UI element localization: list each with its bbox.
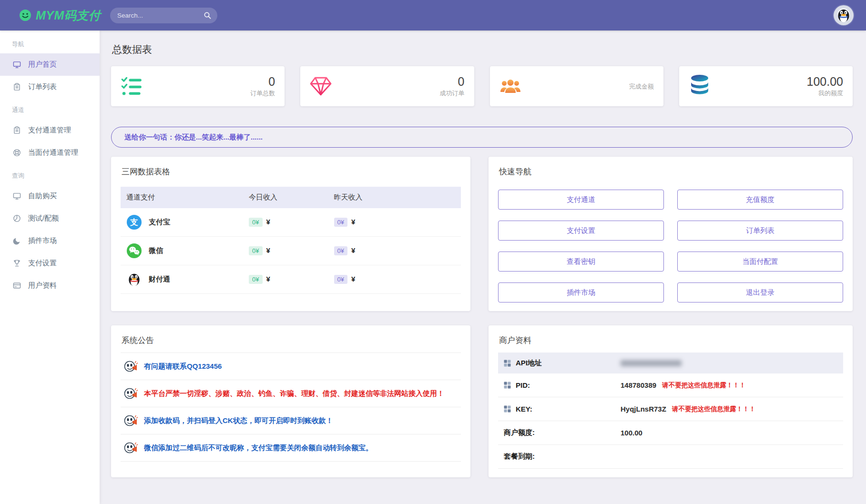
- merchant-label: API地址: [504, 359, 621, 368]
- table-header-cell: 昨天收入: [328, 187, 461, 208]
- sidebar-item-label: 订单列表: [28, 82, 57, 91]
- merchant-row: API地址: [498, 353, 843, 373]
- page-title: 总数据表: [112, 43, 853, 56]
- sidebar-item-测试/配额[interactable]: 测试/配额: [0, 207, 100, 230]
- today-income-badge: 0¥: [249, 275, 262, 284]
- sidebar-item-自助购买[interactable]: 自助购买: [0, 185, 100, 207]
- sidebar-item-用户首页[interactable]: 用户首页: [0, 53, 100, 76]
- checklist-icon: [121, 76, 143, 97]
- user-avatar[interactable]: [834, 5, 854, 25]
- quick-nav-button-充值额度[interactable]: 充值额度: [677, 190, 843, 210]
- channel-name: 财付通: [149, 275, 170, 284]
- grid-icon: [504, 405, 511, 413]
- logo[interactable]: MYM码支付: [0, 8, 100, 23]
- quick-nav-button-支付通道[interactable]: 支付通道: [498, 190, 664, 210]
- today-income-unit: ¥: [266, 275, 270, 283]
- merchant-value: 148780389: [621, 381, 656, 389]
- channel-name: 支付宝: [149, 218, 170, 227]
- channel-cell: 财付通: [126, 272, 238, 287]
- logo-smiley-icon: [19, 9, 31, 21]
- today-income-unit: ¥: [266, 218, 270, 226]
- sidebar-item-支付设置[interactable]: 支付设置: [0, 252, 100, 274]
- sidebar-section-label: 通道: [0, 98, 100, 119]
- channel-row: 财付通 0¥¥ 0¥¥: [121, 265, 461, 294]
- tenpay-icon: [126, 272, 142, 287]
- announcement-item[interactable]: 添加收款码，并扫码登入CK状态，即可开启即时到账收款！: [121, 407, 461, 434]
- merchant-row: KEY: HyqjLnsR73Z请不要把这些信息泄露！！！: [498, 397, 843, 421]
- today-income-badge: 0¥: [249, 218, 262, 227]
- merchant-label: PID:: [504, 381, 621, 389]
- merchant-label: 商户额度:: [504, 428, 621, 437]
- stat-value: 0: [250, 75, 275, 89]
- network-table-title: 三网数据表格: [122, 166, 461, 177]
- merchant-label-text: 商户额度:: [504, 428, 535, 437]
- horn-face-icon: [123, 413, 138, 428]
- merchant-panel: 商户资料 API地址 PID: 148780389请不要把这些信息泄露！！！KE…: [489, 325, 853, 477]
- sidebar-item-支付通道管理[interactable]: 支付通道管理: [0, 119, 100, 141]
- quick-nav-button-插件市场[interactable]: 插件市场: [498, 282, 664, 302]
- api-url-blurred: [621, 360, 682, 366]
- announcements-list: 有问题请联系QQ123456本平台严禁一切淫秽、涉赌、政治、钓鱼、诈骗、理财、借…: [121, 353, 461, 462]
- sidebar-item-插件市场[interactable]: 插件市场: [0, 230, 100, 252]
- announcement-text: 有问题请联系QQ123456: [144, 362, 222, 371]
- quick-nav-button-当面付配置[interactable]: 当面付配置: [677, 252, 843, 272]
- sidebar-item-用户资料[interactable]: 用户资料: [0, 274, 100, 297]
- search-icon[interactable]: [204, 11, 212, 20]
- announcement-item[interactable]: 微信添加过二维码后不可改昵称，支付宝需要关闭余额自动转到余额宝。: [121, 434, 461, 462]
- svg-text:支: 支: [130, 218, 138, 226]
- stat-card-text: 完成金额: [629, 81, 654, 91]
- search-input[interactable]: [110, 8, 217, 23]
- merchant-value-cell: 148780389请不要把这些信息泄露！！！: [621, 381, 746, 390]
- sidebar-item-label: 支付设置: [28, 259, 57, 268]
- yesterday-income-badge: 0¥: [334, 275, 347, 284]
- announcements-panel: 系统公告 有问题请联系QQ123456本平台严禁一切淫秽、涉赌、政治、钓鱼、诈骗…: [111, 325, 470, 477]
- stat-card: 0 订单总数: [111, 66, 285, 106]
- grid-icon: [504, 382, 511, 389]
- announcement-item[interactable]: 本平台严禁一切淫秽、涉赌、政治、钓鱼、诈骗、理财、借贷、封建迷信等非法网站接入使…: [121, 380, 461, 407]
- announcements-title: 系统公告: [122, 335, 461, 346]
- quick-nav-grid: 支付通道充值额度支付设置订单列表查看密钥当面付配置插件市场退出登录: [498, 190, 843, 302]
- sidebar-item-label: 用户首页: [28, 60, 57, 69]
- monitor-icon: [13, 60, 21, 69]
- quick-nav-button-订单列表[interactable]: 订单列表: [677, 221, 843, 241]
- stat-card-text: 100.00 我的额度: [807, 75, 843, 98]
- merchant-label: 套餐到期:: [504, 452, 621, 461]
- today-income-unit: ¥: [266, 246, 270, 254]
- quote-banner-text: 送给你一句话：你还是...笑起来...最棒了......: [124, 133, 263, 142]
- channel-cell: 微信: [126, 243, 238, 259]
- credit-card-icon: [13, 282, 21, 290]
- announcement-item[interactable]: 有问题请联系QQ123456: [121, 353, 461, 380]
- yesterday-income-unit: ¥: [351, 275, 355, 283]
- quick-nav-button-支付设置[interactable]: 支付设置: [498, 221, 664, 241]
- stat-value: 100.00: [807, 75, 843, 89]
- stat-card: 100.00 我的额度: [679, 66, 853, 106]
- quick-nav-button-退出登录[interactable]: 退出登录: [677, 282, 843, 302]
- merchant-value-cell: [621, 360, 682, 366]
- merchant-label-text: PID:: [516, 381, 530, 389]
- announcement-text: 微信添加过二维码后不可改昵称，支付宝需要关闭余额自动转到余额宝。: [144, 444, 373, 453]
- channel-row: 微信 0¥¥ 0¥¥: [121, 237, 461, 265]
- merchant-row: 商户额度: 100.00: [498, 421, 843, 445]
- sidebar-item-label: 自助购买: [28, 192, 57, 201]
- monitor-icon: [13, 192, 21, 200]
- merchant-title: 商户资料: [499, 335, 843, 346]
- announcement-text: 本平台严禁一切淫秽、涉赌、政治、钓鱼、诈骗、理财、借贷、封建迷信等非法网站接入使…: [144, 389, 444, 398]
- merchant-label-text: API地址: [516, 359, 542, 368]
- channel-cell: 支支付宝: [126, 214, 238, 230]
- merchant-rows: API地址 PID: 148780389请不要把这些信息泄露！！！KEY: Hy…: [498, 353, 843, 469]
- horn-face-icon: [123, 441, 138, 455]
- table-header-cell: 通道支付: [121, 187, 243, 208]
- quick-nav-title: 快速导航: [499, 166, 843, 177]
- app-root: MYM码支付 导航用户首页订单列表通道支付通道管理当面付通道管理查询自助购买测试…: [0, 0, 866, 504]
- merchant-value-cell: 100.00: [621, 429, 642, 437]
- sidebar-item-订单列表[interactable]: 订单列表: [0, 76, 100, 98]
- yesterday-income-badge: 0¥: [334, 246, 347, 255]
- quick-nav-button-查看密钥[interactable]: 查看密钥: [498, 252, 664, 272]
- sidebar-item-label: 用户资料: [28, 281, 57, 290]
- clipboard-icon: [13, 126, 21, 134]
- users-icon: [499, 78, 521, 95]
- life-ring-icon: [13, 149, 21, 157]
- wechat-icon: [126, 243, 142, 259]
- sidebar-item-当面付通道管理[interactable]: 当面付通道管理: [0, 141, 100, 164]
- sidebar-section-label: 导航: [0, 32, 100, 53]
